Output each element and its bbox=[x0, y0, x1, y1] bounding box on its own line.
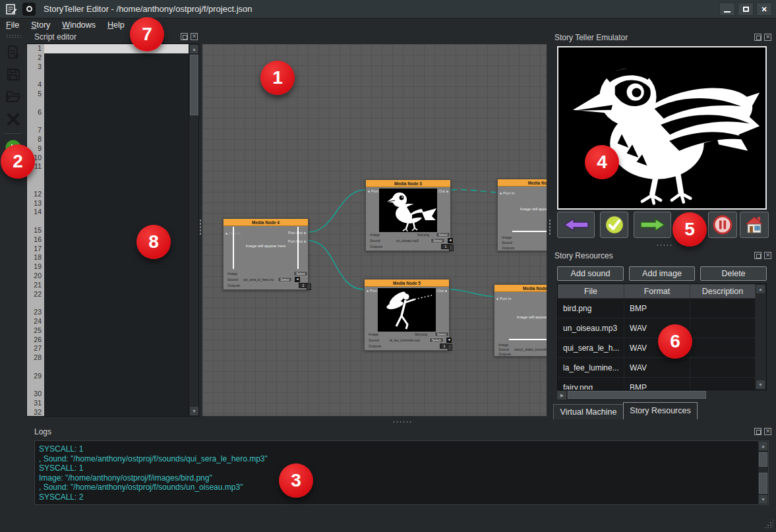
open-project-button[interactable] bbox=[3, 87, 23, 107]
code-line[interactable]: 10 bbox=[27, 154, 189, 163]
scroll-up-icon[interactable]: ▲ bbox=[190, 45, 198, 53]
code-line[interactable]: 20 ret bbox=[27, 272, 189, 281]
code-line[interactable]: 8 $bird DC8 "bird.png", 8 bbox=[27, 135, 189, 144]
select-image-button[interactable]: Select bbox=[434, 332, 449, 337]
add-image-button[interactable]: Add image bbox=[629, 266, 695, 281]
code-line[interactable]: 13 bbox=[27, 199, 189, 208]
minimize-button[interactable] bbox=[719, 3, 735, 16]
scrollbar-thumb[interactable] bbox=[568, 391, 706, 399]
code-line[interactable]: 28 jump .media ; no return possible, so … bbox=[27, 353, 189, 363]
code-line[interactable]: Type: Transition bbox=[27, 217, 189, 226]
node-title[interactable]: Media Node 4 bbox=[224, 219, 308, 226]
speaker-icon[interactable]: ◄ bbox=[446, 338, 452, 343]
scrollbar-thumb[interactable] bbox=[190, 55, 198, 115]
tab-story-resources[interactable]: Story Resources bbox=[623, 402, 698, 419]
menu-item[interactable]: Story bbox=[25, 18, 56, 32]
code-line[interactable]: 26 syscall 1 bbox=[27, 336, 189, 345]
logs-scrollbar[interactable]: ▲ ▼ bbox=[758, 441, 768, 504]
close-project-button[interactable] bbox=[3, 109, 23, 129]
code-line[interactable]: Type: Choice bbox=[27, 299, 189, 308]
outputs-spinbox[interactable]: 2 bbox=[299, 283, 308, 288]
table-header[interactable]: File Format Description bbox=[558, 284, 766, 299]
menu-item[interactable]: Windows bbox=[56, 18, 102, 32]
code-line[interactable]: "qui_sera_le_hero.mp3", 8 bbox=[27, 99, 189, 108]
next-button[interactable] bbox=[634, 212, 671, 238]
code-line[interactable]: .mediaEntry0003, .mediaEntry0005 bbox=[27, 117, 189, 126]
node-title[interactable]: Media Node bbox=[498, 179, 547, 187]
code-line[interactable]: 9 $un_oiseau DC8 "un_oiseau.mp3", 8 bbox=[27, 144, 189, 154]
code-line[interactable]: 24 lcons r0, 0 bbox=[27, 317, 189, 326]
float-panel-icon[interactable] bbox=[754, 252, 761, 259]
node-graph-canvas[interactable]: Media Node 4 Port In Port Out Port Out I… bbox=[202, 44, 547, 417]
code-line[interactable]: Type: Transition bbox=[27, 380, 189, 390]
code-line[interactable]: 32 lcons r1, $un_oiseau bbox=[27, 408, 189, 416]
code-line[interactable]: 3 $la_fee_luminelle DC8 bbox=[27, 63, 189, 72]
splitter-handle-right[interactable] bbox=[549, 219, 551, 236]
table-row[interactable]: la_fee_lumine... WAV bbox=[558, 358, 766, 378]
scroll-up-icon[interactable]: ▲ bbox=[756, 285, 765, 293]
node-title[interactable]: Media Node 5 bbox=[365, 280, 449, 287]
close-panel-icon[interactable] bbox=[764, 252, 771, 259]
title-bar[interactable]: StoryTeller Editor - /home/anthony/ostpr… bbox=[0, 0, 776, 18]
code-line[interactable]: 22 ; ---------------------------- Media … bbox=[27, 290, 189, 299]
speaker-icon[interactable]: ◄ bbox=[295, 277, 300, 282]
scrollbar-thumb[interactable] bbox=[759, 452, 767, 467]
code-line[interactable]: 14 ; ---------------------------- Media … bbox=[27, 208, 189, 217]
close-panel-icon[interactable] bbox=[764, 34, 771, 41]
delete-button[interactable]: Delete bbox=[700, 266, 767, 281]
add-sound-button[interactable]: Add sound bbox=[557, 266, 624, 281]
window-resize-grip[interactable] bbox=[764, 519, 773, 528]
code-line[interactable]: 8 bbox=[27, 181, 189, 190]
select-sound-button[interactable]: Select bbox=[431, 238, 445, 243]
menu-item[interactable]: File bbox=[0, 18, 25, 32]
table-vertical-scrollbar[interactable]: ▲ ▼ bbox=[756, 284, 766, 390]
maximize-button[interactable] bbox=[738, 3, 754, 16]
pause-button[interactable] bbox=[708, 212, 737, 238]
table-row[interactable]: fairy.png BMP bbox=[558, 378, 766, 390]
code-line[interactable]: 5 $qui_sera_le_hero DC8 bbox=[27, 90, 189, 99]
node-title[interactable]: Media Node 3 bbox=[366, 180, 450, 187]
port-in[interactable]: Port In bbox=[500, 191, 515, 195]
code-line[interactable]: 2 $fairy DC8 "fairy.png", 8 bbox=[27, 53, 189, 63]
splitter-handle-bottom[interactable] bbox=[392, 421, 412, 423]
table-horizontal-scrollbar[interactable]: ◀ ▶ bbox=[557, 390, 767, 400]
ok-button[interactable] bbox=[600, 212, 628, 238]
code-line[interactable]: jump is enough bbox=[27, 363, 189, 372]
media-node-5[interactable]: Media Node 5 Port In Port Out Image fair… bbox=[364, 279, 450, 351]
code-line[interactable]: "story1_drako_luminelle_sceptre.mp3", bbox=[27, 171, 189, 181]
code-line[interactable]: 11 $story1_drako_luminelle_sceptre DC8 bbox=[27, 162, 189, 171]
code-line[interactable]: 21 bbox=[27, 281, 189, 290]
media-node-6[interactable]: Media Node 6 Port In Image will appear h… bbox=[494, 284, 547, 357]
code-line[interactable]: 30 .mediaEntry0003: bbox=[27, 390, 189, 399]
save-button[interactable] bbox=[3, 65, 23, 84]
new-project-button[interactable] bbox=[3, 42, 23, 62]
code-line[interactable]: 19 lcons r0, .mediaEntry0006 bbox=[27, 262, 189, 272]
toolbar-drag-handle[interactable] bbox=[6, 34, 20, 38]
table-row[interactable]: bird.png BMP bbox=[558, 299, 766, 318]
editor-scrollbar[interactable]: ▲ ▼ bbox=[189, 44, 198, 416]
outputs-spinbox[interactable]: 1 bbox=[440, 343, 449, 349]
select-image-button[interactable]: Select bbox=[293, 271, 308, 276]
close-panel-icon[interactable] bbox=[764, 428, 771, 435]
float-panel-icon[interactable] bbox=[754, 34, 761, 41]
media-node-partial-top[interactable]: Media Node Port In Image will appear her… bbox=[497, 179, 547, 251]
media-node-4[interactable]: Media Node 4 Port In Port Out Port Out I… bbox=[223, 218, 309, 290]
column-header-format[interactable]: Format bbox=[624, 284, 690, 298]
logs-output[interactable]: SYSCALL: 1, Sound: "/home/anthony/ostpro… bbox=[34, 440, 769, 505]
menu-item[interactable]: Help bbox=[102, 18, 131, 32]
select-image-button[interactable]: Select bbox=[436, 232, 450, 237]
code-line[interactable]: 25 lcons r1, $qui_sera_le_hero bbox=[27, 326, 189, 336]
script-editor[interactable]: 1 jump .mediaEntry0004 2 $fairy DC8 "fai… bbox=[26, 44, 199, 417]
select-sound-button[interactable]: Select bbox=[278, 277, 292, 282]
scroll-right-icon[interactable]: ▶ bbox=[558, 391, 566, 399]
column-header-description[interactable]: Description bbox=[690, 284, 756, 298]
scroll-up-icon[interactable]: ▲ bbox=[759, 442, 767, 450]
port-in[interactable]: Port In bbox=[496, 297, 512, 301]
code-line[interactable]: 29 ; ---------------------------- Media … bbox=[27, 372, 189, 381]
code-line[interactable]: 4 bbox=[27, 80, 189, 90]
code-line[interactable]: 12 bbox=[27, 190, 189, 199]
outputs-spinbox[interactable]: 1 bbox=[441, 244, 450, 249]
code-line[interactable]: 31 lcons r0, $bird bbox=[27, 399, 189, 408]
code-line[interactable]: 7 bbox=[27, 126, 189, 135]
select-sound-button[interactable]: Select bbox=[429, 338, 444, 343]
